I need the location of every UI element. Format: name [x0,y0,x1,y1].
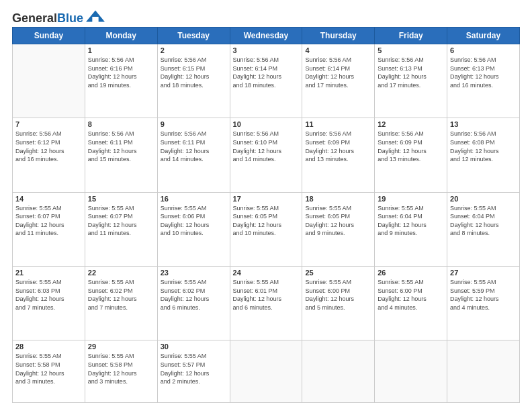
calendar-cell [230,340,302,403]
calendar-cell [13,44,85,118]
day-number: 19 [378,195,444,203]
day-info: Sunrise: 5:55 AM Sunset: 6:07 PM Dayligh… [88,204,154,238]
calendar-cell: 19Sunrise: 5:55 AM Sunset: 6:04 PM Dayli… [375,192,447,266]
calendar-cell: 3Sunrise: 5:56 AM Sunset: 6:14 PM Daylig… [230,44,302,118]
day-number: 18 [305,195,371,203]
day-number: 4 [305,46,371,54]
calendar-cell: 10Sunrise: 5:56 AM Sunset: 6:10 PM Dayli… [230,118,302,192]
day-info: Sunrise: 5:55 AM Sunset: 6:01 PM Dayligh… [233,278,300,312]
calendar-cell: 1Sunrise: 5:56 AM Sunset: 6:16 PM Daylig… [85,44,157,118]
day-number: 1 [88,46,154,54]
day-info: Sunrise: 5:56 AM Sunset: 6:15 PM Dayligh… [161,56,227,89]
calendar-cell: 28Sunrise: 5:55 AM Sunset: 5:58 PM Dayli… [13,340,85,403]
day-number: 15 [88,195,154,203]
header: GeneralBlue [12,12,520,24]
calendar-cell: 8Sunrise: 5:56 AM Sunset: 6:11 PM Daylig… [85,118,157,192]
day-number: 17 [233,195,300,203]
day-number: 28 [15,342,82,351]
day-info: Sunrise: 5:56 AM Sunset: 6:11 PM Dayligh… [88,130,154,163]
calendar-cell: 16Sunrise: 5:55 AM Sunset: 6:06 PM Dayli… [157,192,230,266]
day-number: 7 [15,120,82,128]
day-number: 12 [378,120,444,128]
weekday-thursday: Thursday [302,28,375,44]
day-number: 8 [88,120,154,128]
calendar-cell [302,340,375,403]
day-info: Sunrise: 5:55 AM Sunset: 6:05 PM Dayligh… [305,204,371,238]
day-number: 13 [450,120,517,128]
calendar-cell: 2Sunrise: 5:56 AM Sunset: 6:15 PM Daylig… [157,44,230,118]
week-row-2: 7Sunrise: 5:56 AM Sunset: 6:12 PM Daylig… [13,118,520,192]
day-number: 29 [88,342,154,351]
day-info: Sunrise: 5:56 AM Sunset: 6:09 PM Dayligh… [305,130,371,163]
weekday-tuesday: Tuesday [157,28,230,44]
calendar-cell [375,340,447,403]
calendar-cell: 21Sunrise: 5:55 AM Sunset: 6:03 PM Dayli… [13,266,85,340]
calendar-cell: 4Sunrise: 5:56 AM Sunset: 6:14 PM Daylig… [302,44,375,118]
weekday-saturday: Saturday [447,28,520,44]
calendar-cell: 7Sunrise: 5:56 AM Sunset: 6:12 PM Daylig… [13,118,85,192]
calendar-cell: 24Sunrise: 5:55 AM Sunset: 6:01 PM Dayli… [230,266,302,340]
day-info: Sunrise: 5:56 AM Sunset: 6:09 PM Dayligh… [378,130,444,163]
week-row-3: 14Sunrise: 5:55 AM Sunset: 6:07 PM Dayli… [13,192,520,266]
day-number: 21 [15,269,82,277]
weekday-monday: Monday [85,28,157,44]
calendar-cell [447,340,520,403]
day-number: 16 [161,195,227,203]
calendar-cell: 23Sunrise: 5:55 AM Sunset: 6:02 PM Dayli… [157,266,230,340]
day-info: Sunrise: 5:56 AM Sunset: 6:13 PM Dayligh… [450,56,517,89]
day-number: 14 [15,195,82,203]
day-info: Sunrise: 5:55 AM Sunset: 6:02 PM Dayligh… [161,278,227,312]
day-number: 3 [233,46,300,54]
logo: GeneralBlue [12,12,105,24]
weekday-header-row: SundayMondayTuesdayWednesdayThursdayFrid… [13,28,520,44]
day-number: 11 [305,120,371,128]
day-number: 23 [161,269,227,277]
calendar-cell: 30Sunrise: 5:55 AM Sunset: 5:57 PM Dayli… [157,340,230,403]
calendar-table: SundayMondayTuesdayWednesdayThursdayFrid… [12,27,520,403]
day-info: Sunrise: 5:55 AM Sunset: 6:07 PM Dayligh… [15,204,82,238]
day-info: Sunrise: 5:56 AM Sunset: 6:12 PM Dayligh… [15,130,82,163]
logo-blue: Blue [57,11,83,25]
week-row-1: 1Sunrise: 5:56 AM Sunset: 6:16 PM Daylig… [13,44,520,118]
day-number: 6 [450,46,517,54]
day-info: Sunrise: 5:55 AM Sunset: 6:06 PM Dayligh… [161,204,227,238]
calendar-cell: 27Sunrise: 5:55 AM Sunset: 5:59 PM Dayli… [447,266,520,340]
calendar-cell: 20Sunrise: 5:55 AM Sunset: 6:04 PM Dayli… [447,192,520,266]
week-row-5: 28Sunrise: 5:55 AM Sunset: 5:58 PM Dayli… [13,340,520,403]
weekday-sunday: Sunday [13,28,85,44]
calendar-cell: 14Sunrise: 5:55 AM Sunset: 6:07 PM Dayli… [13,192,85,266]
day-info: Sunrise: 5:55 AM Sunset: 6:04 PM Dayligh… [378,204,444,238]
day-info: Sunrise: 5:55 AM Sunset: 6:02 PM Dayligh… [88,278,154,312]
day-info: Sunrise: 5:56 AM Sunset: 6:16 PM Dayligh… [88,56,154,89]
day-info: Sunrise: 5:56 AM Sunset: 6:13 PM Dayligh… [378,56,444,89]
day-info: Sunrise: 5:55 AM Sunset: 6:00 PM Dayligh… [305,278,371,312]
page: GeneralBlue SundayMondayTuesdayWednesday… [0,0,532,411]
day-number: 25 [305,269,371,277]
calendar-cell: 18Sunrise: 5:55 AM Sunset: 6:05 PM Dayli… [302,192,375,266]
calendar-cell: 9Sunrise: 5:56 AM Sunset: 6:11 PM Daylig… [157,118,230,192]
calendar-cell: 29Sunrise: 5:55 AM Sunset: 5:58 PM Dayli… [85,340,157,403]
day-number: 20 [450,195,517,203]
day-info: Sunrise: 5:56 AM Sunset: 6:14 PM Dayligh… [233,56,300,89]
day-number: 5 [378,46,444,54]
calendar-cell: 13Sunrise: 5:56 AM Sunset: 6:08 PM Dayli… [447,118,520,192]
day-info: Sunrise: 5:56 AM Sunset: 6:14 PM Dayligh… [305,56,371,89]
calendar-cell: 17Sunrise: 5:55 AM Sunset: 6:05 PM Dayli… [230,192,302,266]
day-number: 10 [233,120,300,128]
calendar-cell: 6Sunrise: 5:56 AM Sunset: 6:13 PM Daylig… [447,44,520,118]
day-info: Sunrise: 5:55 AM Sunset: 6:03 PM Dayligh… [15,278,82,312]
calendar-cell: 15Sunrise: 5:55 AM Sunset: 6:07 PM Dayli… [85,192,157,266]
logo-text: GeneralBlue [12,12,83,24]
day-info: Sunrise: 5:55 AM Sunset: 6:04 PM Dayligh… [450,204,517,238]
day-number: 26 [378,269,444,277]
day-number: 30 [161,342,227,351]
svg-marker-0 [86,11,105,22]
day-number: 9 [161,120,227,128]
day-number: 27 [450,269,517,277]
logo-general: General [12,11,57,25]
day-info: Sunrise: 5:55 AM Sunset: 5:59 PM Dayligh… [450,278,517,312]
day-info: Sunrise: 5:55 AM Sunset: 5:58 PM Dayligh… [15,352,82,385]
calendar-cell: 12Sunrise: 5:56 AM Sunset: 6:09 PM Dayli… [375,118,447,192]
day-number: 22 [88,269,154,277]
calendar-cell: 22Sunrise: 5:55 AM Sunset: 6:02 PM Dayli… [85,266,157,340]
